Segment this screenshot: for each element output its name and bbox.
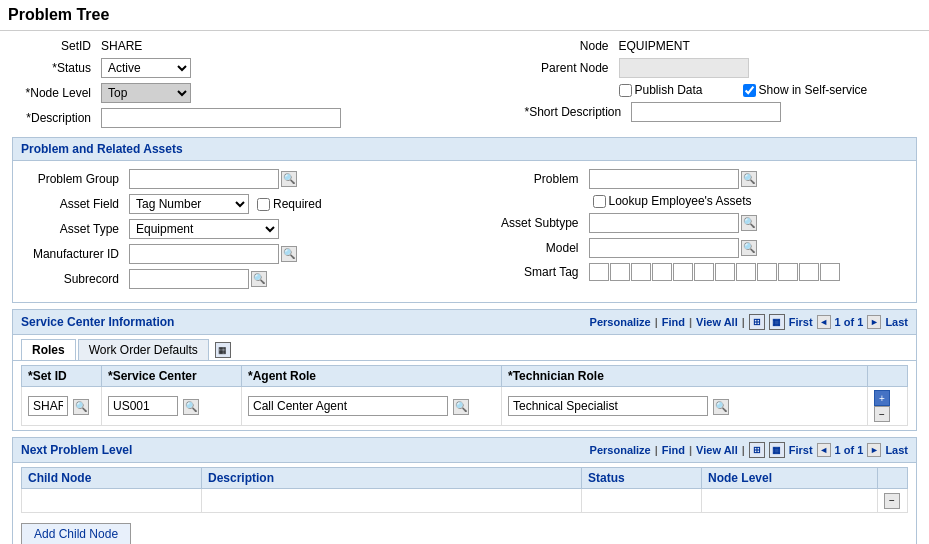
grid-icon-np[interactable]: ▦ — [769, 442, 785, 458]
node-level-col-link[interactable]: Node Level — [708, 471, 772, 485]
manufacturer-input[interactable] — [129, 244, 279, 264]
service-center-toolbar: Personalize | Find | View All | ⊞ ▦ Firs… — [590, 314, 908, 330]
model-search-icon[interactable]: 🔍 — [741, 240, 757, 256]
view-all-link-np[interactable]: View All — [696, 444, 738, 456]
checkboxes-row: Publish Data Show in Self-service — [619, 83, 918, 97]
tabs-row: Roles Work Order Defaults ▦ — [13, 335, 916, 361]
smart-tag-cell-1[interactable] — [589, 263, 609, 281]
problem-group-row: Problem Group MECHANICAL 🔍 — [25, 169, 465, 189]
personalize-link-np[interactable]: Personalize — [590, 444, 651, 456]
find-link-sc[interactable]: Find — [662, 316, 685, 328]
show-self-service-label[interactable]: Show in Self-service — [743, 83, 868, 97]
smart-tag-cell-2[interactable] — [610, 263, 630, 281]
add-row-btn[interactable]: + — [874, 390, 890, 406]
publish-data-label[interactable]: Publish Data — [619, 83, 703, 97]
lookup-employee-label[interactable]: Lookup Employee's Assets — [593, 194, 752, 208]
smart-tag-cell-11[interactable] — [799, 263, 819, 281]
remove-row-btn[interactable]: − — [874, 406, 890, 422]
asset-subtype-search-icon[interactable]: 🔍 — [741, 215, 757, 231]
smart-tag-cell-8[interactable] — [736, 263, 756, 281]
node-row: Node EQUIPMENT — [525, 39, 918, 53]
top-section: SetID SHARE *Status Active Inactive *Nod… — [12, 39, 917, 133]
subrecord-search-icon[interactable]: 🔍 — [251, 271, 267, 287]
asset-subtype-row: Asset Subtype 🔍 — [485, 213, 905, 233]
row-agent-input[interactable] — [248, 396, 448, 416]
row-tech-search[interactable]: 🔍 — [713, 399, 729, 415]
grid-icon-sc[interactable]: ▦ — [769, 314, 785, 330]
row-sc-input[interactable] — [108, 396, 178, 416]
find-link-np[interactable]: Find — [662, 444, 685, 456]
problem-input[interactable]: NOSTART — [589, 169, 739, 189]
required-checkbox[interactable] — [257, 198, 270, 211]
top-left: SetID SHARE *Status Active Inactive *Nod… — [12, 39, 465, 133]
manufacturer-search-icon[interactable]: 🔍 — [281, 246, 297, 262]
smart-tag-cell-5[interactable] — [673, 263, 693, 281]
row-tech-input[interactable] — [508, 396, 708, 416]
service-center-table: *Set ID *Service Center *Agent Role *Tec… — [21, 365, 908, 426]
col-service-center: *Service Center — [102, 366, 242, 387]
problem-group-search-icon[interactable]: 🔍 — [281, 171, 297, 187]
description-col-link[interactable]: Description — [208, 471, 274, 485]
smart-tag-cell-12[interactable] — [820, 263, 840, 281]
asset-type-select[interactable]: Equipment Component IT Asset — [129, 219, 279, 239]
service-center-grid: *Set ID *Service Center *Agent Role *Tec… — [13, 361, 916, 430]
parent-node-input — [619, 58, 749, 78]
problem-assets-left: Problem Group MECHANICAL 🔍 Asset Field T… — [25, 169, 465, 294]
show-self-service-checkbox[interactable] — [743, 84, 756, 97]
smart-tag-cell-10[interactable] — [778, 263, 798, 281]
asset-field-select[interactable]: Tag Number Serial Number Asset ID — [129, 194, 249, 214]
smart-tag-cell-9[interactable] — [757, 263, 777, 281]
smart-tag-cell-6[interactable] — [694, 263, 714, 281]
required-label[interactable]: Required — [257, 197, 322, 211]
problem-group-input[interactable]: MECHANICAL — [129, 169, 279, 189]
first-btn-sc[interactable]: ◄ — [817, 315, 831, 329]
child-node-col-link[interactable]: Child Node — [28, 471, 91, 485]
add-child-node-button[interactable]: Add Child Node — [21, 523, 131, 544]
lookup-employee-checkbox[interactable] — [593, 195, 606, 208]
smart-tag-cell-3[interactable] — [631, 263, 651, 281]
smart-tag-row: Smart Tag — [485, 263, 905, 281]
expand-icon-sc[interactable]: ⊞ — [749, 314, 765, 330]
tab-work-order[interactable]: Work Order Defaults — [78, 339, 209, 360]
subrecord-label: Subrecord — [25, 272, 125, 286]
node-level-select[interactable]: Top Child — [101, 83, 191, 103]
first-btn-np[interactable]: ◄ — [817, 443, 831, 457]
empty-node-level — [702, 489, 878, 513]
expand-icon-np[interactable]: ⊞ — [749, 442, 765, 458]
personalize-link-sc[interactable]: Personalize — [590, 316, 651, 328]
cell-row-actions: + − — [868, 387, 908, 426]
publish-data-checkbox[interactable] — [619, 84, 632, 97]
row-agent-search[interactable]: 🔍 — [453, 399, 469, 415]
empty-actions: − — [878, 489, 908, 513]
tab-grid-icon[interactable]: ▦ — [215, 342, 231, 358]
tab-roles[interactable]: Roles — [21, 339, 76, 360]
problem-search-icon[interactable]: 🔍 — [741, 171, 757, 187]
last-btn-sc[interactable]: ► — [867, 315, 881, 329]
last-btn-np[interactable]: ► — [867, 443, 881, 457]
row-setid-search[interactable]: 🔍 — [73, 399, 89, 415]
short-desc-input[interactable]: EQUIPMENT — [631, 102, 781, 122]
row-sc-search[interactable]: 🔍 — [183, 399, 199, 415]
row-setid-input[interactable] — [28, 396, 68, 416]
cell-service-center: 🔍 — [102, 387, 242, 426]
status-col-link[interactable]: Status — [588, 471, 625, 485]
remove-row-np-btn[interactable]: − — [884, 493, 900, 509]
node-level-row: *Node Level Top Child — [12, 83, 465, 103]
setid-label: SetID — [12, 39, 97, 53]
lookup-employee-row: Lookup Employee's Assets — [485, 194, 905, 208]
status-select[interactable]: Active Inactive — [101, 58, 191, 78]
problem-assets-right: Problem NOSTART 🔍 Lookup Employee's Asse… — [465, 169, 905, 294]
subrecord-input[interactable] — [129, 269, 249, 289]
smart-tag-cell-7[interactable] — [715, 263, 735, 281]
description-input[interactable]: Owned Equipment — [101, 108, 341, 128]
model-label: Model — [485, 241, 585, 255]
page-title: Problem Tree — [0, 0, 929, 31]
setid-value: SHARE — [101, 39, 142, 53]
col-actions — [868, 366, 908, 387]
next-problem-toolbar: Personalize | Find | View All | ⊞ ▦ Firs… — [590, 442, 908, 458]
view-all-link-sc[interactable]: View All — [696, 316, 738, 328]
model-input[interactable] — [589, 238, 739, 258]
asset-subtype-input[interactable] — [589, 213, 739, 233]
smart-tag-cell-4[interactable] — [652, 263, 672, 281]
next-problem-header: Next Problem Level Personalize | Find | … — [13, 438, 916, 463]
